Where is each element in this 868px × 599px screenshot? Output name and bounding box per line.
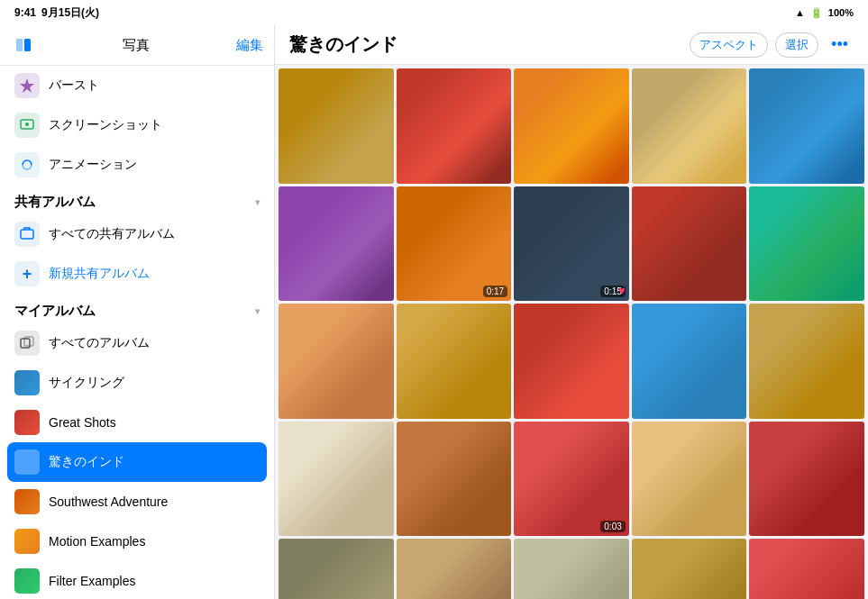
photo-cell-ph15[interactable] (749, 304, 864, 419)
aspect-button[interactable]: アスペクト (690, 32, 768, 58)
screenshot-icon (14, 113, 40, 138)
amazing-india-thumb (14, 449, 40, 475)
photo-placeholder (749, 304, 864, 419)
photo-cell-ph25[interactable] (749, 539, 864, 599)
grid-row (279, 68, 864, 184)
photo-cell-ph4[interactable] (632, 68, 747, 184)
heart-badge: ♥ (618, 284, 626, 297)
date: 9月15日(火) (41, 5, 99, 21)
sidebar-title: 写真 (43, 37, 229, 54)
photo-cell-ph22[interactable] (397, 539, 512, 599)
svg-point-4 (25, 123, 29, 126)
photo-cell-ph12[interactable] (397, 304, 512, 419)
svg-rect-0 (16, 39, 23, 51)
sidebar-item-new-shared[interactable]: + 新規共有アルバム (0, 254, 274, 294)
photo-placeholder (279, 539, 394, 599)
sidebar-item-cycling[interactable]: サイクリング (0, 363, 274, 403)
sidebar-toggle-button[interactable] (11, 32, 36, 58)
shared-albums-title: 共有アルバム (14, 194, 96, 211)
select-button[interactable]: 選択 (775, 32, 818, 58)
great-shots-label: Great Shots (49, 415, 116, 430)
photo-cell-ph21[interactable] (279, 539, 394, 599)
photo-placeholder (514, 68, 629, 184)
sidebar-item-motion-examples[interactable]: Motion Examples (0, 522, 274, 561)
photo-cell-ph20[interactable] (749, 422, 864, 537)
sidebar-toggle-icon (14, 36, 32, 54)
photo-placeholder (279, 186, 394, 302)
cycling-label: サイクリング (49, 375, 124, 391)
amazing-india-label: 驚きのインド (49, 454, 124, 470)
sidebar-item-animation[interactable]: アニメーション (0, 145, 274, 185)
photo-cell-ph8[interactable]: 0:15♥ (514, 186, 629, 302)
status-bar: 9:41 9月15日(火) ▲ 🔋 100% (0, 0, 868, 25)
photo-cell-ph18[interactable]: 0:03 (514, 422, 629, 537)
shared-albums-header: 共有アルバム ▾ (0, 185, 274, 214)
photo-grid: 0:170:15♥0:03 (275, 65, 868, 599)
photo-cell-ph7[interactable]: 0:17 (397, 186, 512, 302)
sidebar-item-filter-examples[interactable]: Filter Examples (0, 561, 274, 599)
my-albums-chevron: ▾ (255, 306, 260, 316)
toolbar-actions: アスペクト 選択 ••• (690, 32, 854, 58)
animation-label: アニメーション (49, 157, 137, 173)
photo-cell-ph5[interactable] (749, 68, 864, 184)
photo-cell-ph19[interactable] (632, 422, 747, 537)
photo-placeholder (397, 422, 512, 537)
main-title: 驚きのインド (289, 32, 397, 57)
photo-cell-ph16[interactable] (279, 422, 394, 537)
grid-row (279, 304, 864, 419)
motion-thumb (14, 529, 40, 554)
sidebar-edit-button[interactable]: 編集 (236, 37, 263, 54)
shared-albums-chevron: ▾ (255, 197, 260, 207)
great-shots-thumb (14, 410, 40, 435)
my-albums-section: マイアルバム ▾ すべてのアルバム サイクリング (0, 294, 274, 599)
photo-placeholder (749, 422, 864, 537)
svg-rect-5 (21, 230, 33, 239)
burst-icon (14, 73, 40, 98)
southwest-label: Southwest Adventure (49, 495, 168, 509)
photo-cell-ph2[interactable] (397, 68, 512, 184)
photo-placeholder (279, 422, 394, 537)
photo-placeholder (632, 422, 747, 537)
sidebar-item-burst[interactable]: バースト (0, 66, 274, 105)
photo-cell-ph9[interactable] (632, 186, 747, 302)
sidebar-item-screenshot[interactable]: スクリーンショット (0, 105, 274, 145)
photo-cell-ph3[interactable] (514, 68, 629, 184)
all-shared-icon (14, 222, 40, 247)
photo-cell-ph17[interactable] (397, 422, 512, 537)
grid-row (279, 539, 864, 599)
sidebar-item-great-shots[interactable]: Great Shots (0, 403, 274, 442)
sidebar-item-amazing-india[interactable]: 驚きのインド (7, 442, 267, 482)
svg-marker-2 (20, 78, 34, 93)
svg-rect-1 (24, 39, 31, 51)
sidebar-item-all-shared[interactable]: すべての共有アルバム (0, 214, 274, 254)
photo-placeholder (632, 304, 747, 419)
photo-cell-ph13[interactable] (514, 304, 629, 419)
photo-placeholder (514, 539, 629, 599)
time: 9:41 (14, 6, 36, 19)
photo-cell-ph24[interactable] (632, 539, 747, 599)
southwest-thumb (14, 489, 40, 514)
screenshot-label: スクリーンショット (49, 117, 162, 133)
my-albums-title: マイアルバム (14, 303, 96, 320)
photo-cell-ph11[interactable] (279, 304, 394, 419)
photo-placeholder (514, 304, 629, 419)
cycling-thumb (14, 370, 40, 395)
photo-cell-ph6[interactable] (279, 186, 394, 302)
photo-cell-ph1[interactable] (279, 68, 394, 184)
photo-placeholder (632, 186, 747, 302)
photo-cell-ph10[interactable] (749, 186, 864, 302)
photo-placeholder (632, 68, 747, 184)
battery-icon: 🔋 (810, 7, 823, 19)
video-duration-badge: 0:03 (600, 521, 625, 532)
photo-cell-ph14[interactable] (632, 304, 747, 419)
photo-placeholder (397, 539, 512, 599)
shared-albums-section: 共有アルバム ▾ すべての共有アルバム + 新規共有アルバム (0, 185, 274, 294)
photo-placeholder: 0:15♥ (514, 186, 629, 302)
all-albums-icon (14, 331, 40, 356)
sidebar-item-all-albums[interactable]: すべてのアルバム (0, 323, 274, 363)
sidebar-item-southwest[interactable]: Southwest Adventure (0, 482, 274, 522)
photo-cell-ph23[interactable] (514, 539, 629, 599)
more-button[interactable]: ••• (826, 33, 854, 56)
status-left: 9:41 9月15日(火) (14, 5, 99, 21)
all-albums-label: すべてのアルバム (49, 335, 150, 351)
